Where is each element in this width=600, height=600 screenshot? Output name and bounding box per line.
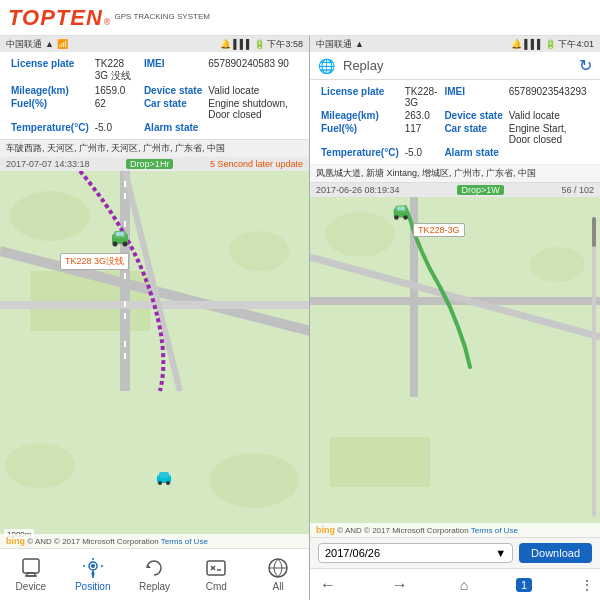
left-map-copyright: bing © AND © 2017 Microsoft Corporation … [0,534,309,548]
left-car-marker [108,226,132,250]
more-button[interactable]: ⋮ [580,577,594,593]
svg-point-41 [403,215,408,220]
r-car-state-value: Engine Start, Door closed [506,122,592,146]
svg-point-23 [91,564,95,568]
nav-device-label: Device [16,581,47,592]
app-subtitle: GPS TRACKING SYSTEM [114,13,209,22]
svg-point-24 [92,558,94,560]
r-temp-value: -5.0 [402,146,442,159]
svg-point-27 [101,565,103,567]
nav-position-label: Position [75,581,111,592]
r-license-label: License plate [318,85,402,109]
svg-rect-42 [397,207,401,211]
right-map: TK228-3G bing © AND © 2017 Microsoft Cor… [310,197,600,537]
left-signal-bars: ▌▌▌ [233,39,252,49]
left-wifi-icon: ▲ [45,39,54,49]
right-vehicle-label: TK228-3G [413,223,465,237]
device-state-label: Device state [141,84,205,97]
download-button[interactable]: Download [519,543,592,563]
back-button[interactable]: ← [316,576,340,594]
svg-rect-43 [401,207,405,211]
right-wifi-icon: ▲ [355,39,364,49]
left-drop-badge: Drop>1Hr [126,159,173,169]
fuel-value: 62 [92,97,141,121]
alarm-state-value [205,121,301,134]
left-battery-icon: 🔋 [254,39,265,49]
replay-refresh-button[interactable]: ↻ [579,56,592,75]
right-terms-link[interactable]: Terms of Use [471,526,518,535]
right-map-copyright: bing © AND © 2017 Microsoft Corporation … [310,523,600,537]
fuel-label: Fuel(%) [8,97,92,121]
r-car-state-label: Car state [441,122,505,146]
device-state-value: Valid locate [205,84,301,97]
svg-rect-19 [23,559,39,573]
right-copyright-text: © AND © 2017 Microsoft Corporation [337,526,468,535]
date-select[interactable]: 2017/06/26 ▼ [318,543,513,563]
left-alarm-icon: 🔔 [220,39,231,49]
home-button[interactable]: ⌂ [460,577,468,593]
logo-reg: ® [104,17,111,27]
nav-replay[interactable]: Replay [124,549,186,600]
nav-all-label: All [273,581,284,592]
r-fuel-value: 117 [402,122,442,146]
svg-point-17 [158,481,162,485]
replay-title: Replay [343,58,571,73]
svg-point-25 [92,576,94,578]
r-license-value: TK228-3G [402,85,442,109]
device-icon [20,557,42,579]
bing-logo-right: bing [316,525,335,535]
r-device-state-value: Valid locate [506,109,592,122]
right-route-svg [310,197,600,537]
app-logo: TOPTEN [8,5,103,31]
left-statusbar: 中国联通 ▲ 📶 🔔 ▌▌▌ 🔋 下午3:58 [0,36,309,52]
date-value: 2017/06/26 [325,547,380,559]
license-label: License plate [8,57,92,84]
nav-position[interactable]: Position [62,549,124,600]
left-update-text: 5 Sencond later update [210,159,303,169]
svg-point-26 [83,565,85,567]
right-datetime: 2017-06-26 08:19:34 [316,185,400,195]
r-imei-label: IMEI [441,85,505,109]
svg-point-18 [166,481,170,485]
app-header: TOPTEN ® GPS TRACKING SYSTEM [0,0,600,36]
right-info-bar: 2017-06-26 08:19:34 Drop>1W 56 / 102 [310,183,600,197]
svg-rect-29 [207,561,225,575]
left-vehicle-card: License plate TK228 3G 没线 IMEI 657890240… [0,52,309,139]
svg-rect-14 [120,232,124,236]
nav-all[interactable]: All [247,549,309,600]
page-number: 1 [516,578,532,592]
car-state-label: Car state [141,97,205,121]
left-map: TK228 3G没线 1000m bing © AND © 2017 Micro… [0,171,309,548]
right-scrollbar[interactable] [592,217,596,517]
right-signal-bars: ▌▌▌ [524,39,543,49]
imei-value: 657890240583 90 [205,57,301,84]
left-vehicle-label: TK228 3G没线 [60,253,129,270]
r-fuel-label: Fuel(%) [318,122,402,146]
cmd-icon [205,557,227,579]
right-scrollbar-thumb [592,217,596,247]
left-second-marker [155,469,175,493]
r-alarm-state-label: Alarm state [441,146,505,159]
forward-button[interactable]: → [388,576,412,594]
car-state-value: Engine shutdown, Door closed [205,97,301,121]
svg-rect-13 [116,232,120,236]
right-battery-icon: 🔋 [545,39,556,49]
right-alarm-icon: 🔔 [511,39,522,49]
svg-point-12 [123,242,128,247]
r-alarm-state-value [506,146,592,159]
right-address: 凤凰城大道, 新塘 Xintang, 增城区, 广州市, 广东省, 中国 [310,165,600,183]
r-mileage-label: Mileage(km) [318,109,402,122]
nav-cmd[interactable]: Cmd [185,549,247,600]
bing-logo-left: bing [6,536,25,546]
r-device-state-label: Device state [441,109,505,122]
left-terms-link[interactable]: Terms of Use [161,537,208,546]
all-icon [267,557,289,579]
date-download-bar: 2017/06/26 ▼ Download [310,537,600,568]
replay-header: 🌐 Replay ↻ [310,52,600,80]
replay-icon [143,557,165,579]
left-address: 车陂西路, 天河区, 广州市, 天河区, 广州市, 广东省, 中国 [0,139,309,157]
nav-device[interactable]: Device [0,549,62,600]
r-imei-value: 65789023543293 [506,85,592,109]
nav-cmd-label: Cmd [206,581,227,592]
right-car-marker [390,201,412,227]
